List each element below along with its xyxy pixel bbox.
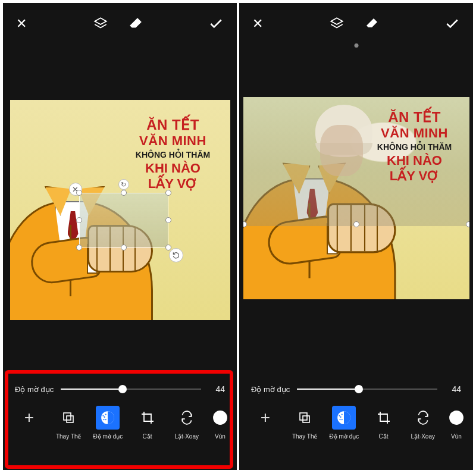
overlay-free-rotate-icon[interactable] xyxy=(169,248,183,262)
svg-point-12 xyxy=(342,414,343,415)
svg-point-6 xyxy=(104,419,105,420)
svg-point-13 xyxy=(340,416,342,418)
tool-replace[interactable]: Thay Thế xyxy=(51,406,86,440)
tool-region[interactable]: Vùn xyxy=(208,406,232,440)
resize-handle[interactable] xyxy=(165,217,171,223)
resize-handle[interactable] xyxy=(76,217,82,223)
close-icon[interactable]: ✕ xyxy=(252,16,263,32)
resize-handle[interactable] xyxy=(353,221,359,227)
opacity-slider[interactable] xyxy=(61,383,201,395)
svg-point-4 xyxy=(104,416,105,418)
svg-point-14 xyxy=(342,419,343,420)
tool-crop[interactable]: Cắt xyxy=(130,406,165,440)
resize-handle[interactable] xyxy=(165,245,171,250)
plus-icon: + xyxy=(253,406,277,430)
eraser-icon[interactable] xyxy=(365,17,379,31)
editor-canvas[interactable]: ĂN TẾT VĂN MINH KHÔNG HỎI THĂM KHI NÀO L… xyxy=(3,45,237,375)
opacity-label: Độ mờ đục xyxy=(15,385,54,394)
opacity-slider[interactable] xyxy=(297,383,437,395)
replace-icon xyxy=(293,406,317,430)
bottom-controls: Độ mờ đục 44 + Thay Thế xyxy=(239,375,473,470)
plus-icon: + xyxy=(17,406,41,430)
region-icon xyxy=(446,406,466,430)
resize-handle[interactable] xyxy=(466,221,469,227)
svg-point-15 xyxy=(340,419,341,420)
tool-crop[interactable]: Cắt xyxy=(366,406,402,440)
confirm-icon[interactable] xyxy=(444,16,460,32)
overlay-rotate-anchor-icon[interactable]: ↻ xyxy=(118,179,129,190)
close-icon[interactable]: ✕ xyxy=(16,16,27,32)
svg-rect-10 xyxy=(303,416,309,422)
add-button[interactable]: + xyxy=(248,406,283,430)
meme-text: ĂN TẾT VĂN MINH KHÔNG HỎI THĂM KHI NÀO L… xyxy=(367,109,462,184)
tool-region[interactable]: Vùn xyxy=(444,406,468,440)
svg-rect-9 xyxy=(300,413,307,420)
tool-opacity[interactable]: Độ mờ đục xyxy=(326,406,362,440)
meme-text: ĂN TẾT VĂN MINH KHÔNG HỎI THĂM KHI NÀO L… xyxy=(126,117,221,192)
opacity-value: 44 xyxy=(444,384,461,394)
opacity-value: 44 xyxy=(208,384,225,394)
svg-point-3 xyxy=(105,414,107,415)
crop-icon xyxy=(136,406,159,430)
top-toolbar: ✕ xyxy=(3,3,237,45)
flip-rotate-icon xyxy=(175,406,199,430)
opacity-icon xyxy=(332,406,356,430)
layers-icon[interactable] xyxy=(93,16,108,32)
resize-handle[interactable] xyxy=(165,190,171,196)
eraser-icon[interactable] xyxy=(129,17,143,31)
tool-replace[interactable]: Thay Thế xyxy=(287,406,322,440)
flip-rotate-icon xyxy=(411,406,435,430)
add-button[interactable]: + xyxy=(11,406,47,430)
resize-handle[interactable] xyxy=(76,245,82,250)
resize-handle[interactable] xyxy=(121,190,127,196)
opacity-label: Độ mờ đục xyxy=(251,385,290,394)
crop-icon xyxy=(372,406,396,430)
svg-point-16 xyxy=(339,415,340,416)
svg-point-8 xyxy=(213,411,227,425)
resize-handle[interactable] xyxy=(243,221,247,227)
bottom-controls: Độ mờ đục 44 + Thay Thế xyxy=(3,375,237,470)
region-icon xyxy=(210,406,230,430)
svg-point-5 xyxy=(105,419,107,420)
opacity-icon xyxy=(96,406,120,430)
layers-icon[interactable] xyxy=(329,16,345,32)
resize-handle[interactable] xyxy=(121,245,127,250)
svg-rect-1 xyxy=(67,416,73,422)
top-toolbar: ✕ xyxy=(239,3,473,45)
editor-canvas[interactable]: ĂN TẾT VĂN MINH KHÔNG HỎI THĂM KHI NÀO L… xyxy=(239,45,473,375)
svg-point-7 xyxy=(103,415,104,416)
svg-point-17 xyxy=(449,411,464,425)
svg-rect-0 xyxy=(64,413,71,420)
resize-handle[interactable] xyxy=(76,190,82,196)
tool-opacity[interactable]: Độ mờ đục xyxy=(90,406,126,440)
replace-icon xyxy=(57,406,80,430)
overlay-selection[interactable]: ✕ ↻ xyxy=(79,193,168,248)
confirm-icon[interactable] xyxy=(208,16,224,32)
tool-flip-rotate[interactable]: Lật-Xoay xyxy=(169,406,205,440)
tool-flip-rotate[interactable]: Lật-Xoay xyxy=(405,406,441,440)
